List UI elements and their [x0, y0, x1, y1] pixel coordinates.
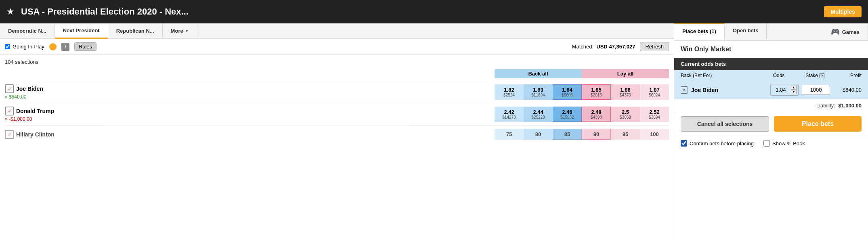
odds-cell-back-best[interactable]: 1.84 $5608 [553, 84, 582, 100]
cancel-all-button[interactable]: Cancel all selections [681, 116, 769, 132]
tab-more[interactable]: More ▼ [163, 23, 197, 38]
odds-stepper: ▲ ▼ [791, 86, 797, 94]
left-panel: Democratic N... Next President Republica… [0, 23, 674, 239]
odds-cell[interactable]: 1.86 $4370 [611, 84, 640, 100]
odds-header-row: Back all Lay all [5, 69, 669, 78]
odds-input-group: ▲ ▼ [770, 84, 799, 96]
going-in-play-checkbox[interactable] [5, 44, 10, 49]
back-all-header[interactable]: Back all [495, 69, 582, 78]
market-content: 104 selections Back all Lay all 📈 Joe Bi… [0, 55, 674, 239]
bet-table-header: Back (Bet For) Odds Stake [?] Profit [674, 70, 868, 81]
odds-cells-hillary: 75 80 85 90 95 100 [495, 129, 669, 140]
odds-cell-lay-best[interactable]: 1.85 $2015 [582, 84, 611, 100]
in-play-indicator [49, 43, 57, 50]
runner-info-hillary: 📈 Hillary Clinton [5, 130, 495, 139]
multiples-button[interactable]: Multiples [824, 6, 862, 17]
liability-value: $1,000.00 [838, 103, 862, 109]
chevron-down-icon: ▼ [185, 29, 189, 33]
tab-democratic[interactable]: Democratic N... [0, 23, 55, 38]
table-row: 📈 Donald Trump » -$1,000.00 2.42 $14273 … [5, 103, 669, 125]
odds-cell[interactable]: 80 [524, 129, 553, 140]
stake-input[interactable] [802, 85, 830, 95]
odds-cell-back-best[interactable]: 2.46 $15932 [553, 107, 582, 122]
odds-cell[interactable]: 2.44 $25228 [524, 107, 553, 122]
tab-republican[interactable]: Republican N... [108, 23, 163, 38]
bet-row-biden: × Joe Biden ▲ ▼ $840.00 [674, 81, 868, 99]
liability-row: Liability: $1,000.00 [674, 99, 868, 112]
games-icon: 🎮 [831, 27, 840, 36]
odds-col-header: Odds [761, 73, 797, 78]
tab-open-bets[interactable]: Open bets [725, 23, 767, 40]
odds-cell[interactable]: 95 [611, 129, 640, 140]
matched-amount: Matched: USD 47,357,027 [572, 44, 635, 50]
star-icon: ★ [6, 6, 15, 17]
going-in-play-label[interactable]: Going In-Play [5, 44, 44, 50]
odds-cell[interactable]: 2.5 $3069 [611, 107, 640, 122]
tab-place-bets[interactable]: Place bets (1) [674, 23, 725, 40]
right-tab-bar: Place bets (1) Open bets 🎮 Games [674, 23, 868, 41]
confirm-row: Confirm bets before placing Show % Book [674, 136, 868, 151]
refresh-button[interactable]: Refresh [640, 42, 669, 51]
runner-name-trump: 📈 Donald Trump [5, 107, 495, 115]
trend-icon-hillary: 📈 [5, 130, 14, 139]
tab-bar: Democratic N... Next President Republica… [0, 23, 674, 39]
main-layout: Democratic N... Next President Republica… [0, 23, 868, 239]
trend-icon-biden: 📈 [5, 84, 14, 93]
lay-all-header[interactable]: Lay all [582, 69, 669, 78]
place-bets-button[interactable]: Place bets [774, 116, 862, 132]
confirm-bets-checkbox[interactable] [681, 140, 687, 147]
rules-button[interactable]: Rules [74, 42, 96, 51]
right-panel: Place bets (1) Open bets 🎮 Games Win Onl… [674, 23, 868, 239]
info-button[interactable]: i [61, 43, 69, 51]
table-row: 📈 Joe Biden » $840.00 1.82 $2524 1.83 $1… [5, 81, 669, 103]
show-book-checkbox[interactable] [763, 140, 770, 147]
confirm-bets-label[interactable]: Confirm bets before placing [681, 140, 754, 147]
odds-cells-biden: 1.82 $2524 1.83 $11804 1.84 $5608 1.85 $… [495, 84, 669, 100]
profit-col-header: Profit [833, 73, 862, 78]
runner-info-trump: 📈 Donald Trump » -$1,000.00 [5, 107, 495, 122]
remove-bet-button[interactable]: × [681, 86, 688, 94]
show-book-label[interactable]: Show % Book [763, 140, 805, 147]
odds-cells-trump: 2.42 $14273 2.44 $25228 2.46 $15932 2.48… [495, 107, 669, 122]
odds-cell[interactable]: 100 [640, 129, 669, 140]
tab-games[interactable]: 🎮 Games [823, 23, 868, 40]
odds-cell[interactable]: 2.42 $14273 [495, 107, 524, 122]
odds-cell[interactable]: 75 [495, 129, 524, 140]
odds-cell-back-best[interactable]: 85 [553, 129, 582, 140]
bet-profit-value: $840.00 [833, 87, 862, 93]
odds-cell[interactable]: 1.82 $2524 [495, 84, 524, 100]
odds-cell-lay-best[interactable]: 90 [582, 129, 611, 140]
win-only-market-title: Win Only Market [674, 41, 868, 58]
odds-cell[interactable]: 1.83 $11804 [524, 84, 553, 100]
runner-name-hillary: 📈 Hillary Clinton [5, 130, 495, 139]
stake-col-header[interactable]: Stake [?] [797, 73, 833, 78]
tab-next-president[interactable]: Next President [55, 23, 108, 39]
back-bet-for-col-header: Back (Bet For) [681, 73, 761, 78]
selections-count: 104 selections [5, 59, 669, 65]
app-header: ★ USA - Presidential Election 2020 - Nex… [0, 0, 868, 23]
page-title: USA - Presidential Election 2020 - Nex..… [21, 6, 818, 17]
bet-runner-name: Joe Biden [691, 87, 770, 93]
trend-icon-trump: 📈 [5, 107, 14, 115]
odds-cell[interactable]: 2.52 $3894 [640, 107, 669, 122]
runner-info-biden: 📈 Joe Biden » $840.00 [5, 84, 495, 100]
odds-up-button[interactable]: ▲ [791, 86, 797, 90]
odds-cell[interactable]: 1.87 $6024 [640, 84, 669, 100]
runner-profit-trump: » -$1,000.00 [5, 116, 495, 122]
current-odds-header: Current odds bets [674, 58, 868, 70]
odds-down-button[interactable]: ▼ [791, 90, 797, 94]
runner-profit-biden: » $840.00 [5, 94, 495, 100]
odds-input[interactable] [772, 87, 790, 93]
table-row: 📈 Hillary Clinton 75 80 85 90 [5, 125, 669, 143]
bet-actions: Cancel all selections Place bets [674, 112, 868, 136]
runner-name-biden: 📈 Joe Biden [5, 84, 495, 93]
controls-bar: Going In-Play i Rules Matched: USD 47,35… [0, 39, 674, 55]
odds-cell-lay-best[interactable]: 2.48 $4398 [582, 107, 611, 122]
